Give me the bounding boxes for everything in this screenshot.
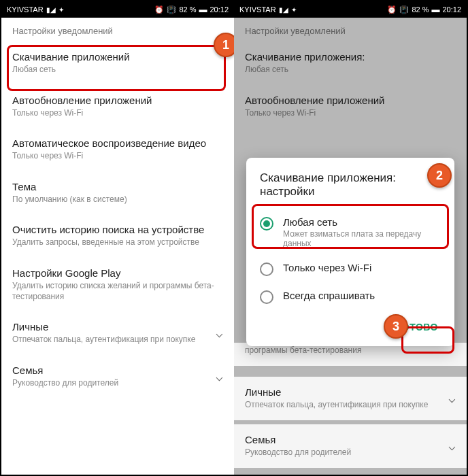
alarm-icon bbox=[387, 5, 397, 14]
dialog-title: Скачивание приложения: настройки bbox=[246, 171, 454, 209]
setting-title: Тема bbox=[12, 181, 223, 192]
setting-subtitle: Удалить историю списка желаний и програм… bbox=[12, 281, 223, 302]
battery-label: 82 % bbox=[179, 5, 196, 14]
status-bar: KYIVSTAR 82 % 20:12 bbox=[234, 1, 467, 18]
setting-title: Очистить историю поиска на устройстве bbox=[12, 224, 223, 235]
setting-beta-stub: программы бета-тестирования bbox=[234, 343, 467, 366]
badge-2: 2 bbox=[427, 163, 452, 188]
carrier-label: KYIVSTAR bbox=[7, 5, 44, 14]
chevron-down-icon: ⌵ bbox=[216, 369, 223, 384]
radio-sublabel: Может взиматься плата за передачу данных bbox=[283, 229, 441, 248]
setting-subtitle: Любая сеть bbox=[12, 65, 223, 75]
setting-clear-search[interactable]: Очистить историю поиска на устройстве Уд… bbox=[1, 214, 234, 258]
setting-autoupdate-apps[interactable]: Автообновление приложений Только через W… bbox=[1, 85, 234, 129]
radio-any-network[interactable]: Любая сеть Может взиматься плата за пере… bbox=[246, 209, 454, 255]
setting-autoplay-video[interactable]: Автоматическое воспроизведение видео Тол… bbox=[1, 128, 234, 171]
setting-family[interactable]: Семья Руководство для родителей ⌵ bbox=[1, 355, 234, 398]
chevron-down-icon: ⌵ bbox=[448, 439, 456, 454]
setting-subtitle: Только через Wi-Fi bbox=[12, 151, 223, 162]
vibrate-icon bbox=[167, 5, 176, 14]
setting-title: Семья bbox=[12, 364, 118, 376]
radio-label: Любая сеть bbox=[283, 216, 441, 228]
radio-wifi-only[interactable]: Только через Wi-Fi bbox=[246, 255, 454, 283]
alarm-icon bbox=[154, 5, 164, 14]
chevron-down-icon: ⌵ bbox=[216, 326, 223, 341]
setting-download-apps[interactable]: Скачивание приложений Любая сеть bbox=[1, 41, 234, 85]
setting-theme[interactable]: Тема По умолчанию (как в системе) bbox=[1, 171, 234, 215]
radio-icon bbox=[260, 290, 273, 304]
download-settings-dialog: Скачивание приложения: настройки Любая с… bbox=[246, 158, 454, 346]
signal-icon bbox=[279, 5, 288, 14]
setting-google-play[interactable]: Настройки Google Play Удалить историю сп… bbox=[1, 258, 234, 311]
battery-label: 82 % bbox=[412, 5, 429, 14]
setting-subtitle: По умолчанию (как в системе) bbox=[12, 194, 223, 205]
setting-subtitle: Руководство для родителей bbox=[245, 447, 351, 458]
setting-title: Личные bbox=[245, 386, 428, 398]
phone-right: KYIVSTAR 82 % 20:12 Настройки уведомлени… bbox=[234, 1, 467, 475]
setting-subtitle: программы бета-тестирования bbox=[245, 345, 456, 356]
setting-title: Настройки Google Play bbox=[12, 267, 223, 279]
section-header: Настройки уведомлений bbox=[1, 18, 234, 41]
battery-icon bbox=[431, 5, 439, 14]
setting-subtitle: Удалить запросы, введенные на этом устро… bbox=[12, 237, 223, 248]
status-bar: KYIVSTAR 82 % 20:12 bbox=[1, 1, 234, 18]
radio-icon bbox=[260, 262, 273, 276]
badge-1: 1 bbox=[214, 33, 234, 57]
radio-label: Только через Wi-Fi bbox=[283, 262, 371, 273]
badge-3: 3 bbox=[384, 314, 408, 339]
radio-always-ask[interactable]: Всегда спрашивать bbox=[246, 283, 454, 311]
time-label: 20:12 bbox=[442, 5, 461, 14]
setting-subtitle: Отпечаток пальца, аутентификация при пок… bbox=[245, 400, 428, 411]
phone-left: KYIVSTAR 82 % 20:12 Настройки уведомлени… bbox=[1, 1, 234, 475]
carrier-label: KYIVSTAR bbox=[239, 5, 276, 14]
vibrate-icon bbox=[399, 5, 409, 14]
setting-personal: Личные Отпечаток пальца, аутентификация … bbox=[234, 377, 467, 420]
setting-subtitle: Только через Wi-Fi bbox=[12, 108, 223, 119]
battery-icon bbox=[199, 5, 207, 14]
setting-title: Автоматическое воспроизведение видео bbox=[12, 137, 223, 149]
setting-subtitle: Руководство для родителей bbox=[12, 378, 118, 389]
chevron-down-icon: ⌵ bbox=[448, 391, 456, 406]
setting-title: Личные bbox=[12, 321, 195, 333]
setting-title: Скачивание приложений bbox=[12, 51, 223, 63]
setting-title: Семья bbox=[245, 434, 351, 445]
signal-icon bbox=[46, 5, 56, 14]
setting-title: Автообновление приложений bbox=[12, 95, 223, 106]
wifi-icon bbox=[291, 5, 297, 14]
setting-subtitle: Отпечаток пальца, аутентификация при пок… bbox=[12, 335, 195, 345]
radio-icon bbox=[260, 217, 273, 231]
time-label: 20:12 bbox=[210, 5, 229, 14]
radio-label: Всегда спрашивать bbox=[283, 290, 375, 301]
setting-family: Семья Руководство для родителей ⌵ bbox=[234, 424, 467, 468]
setting-personal[interactable]: Личные Отпечаток пальца, аутентификация … bbox=[1, 311, 234, 355]
wifi-icon bbox=[58, 5, 64, 14]
